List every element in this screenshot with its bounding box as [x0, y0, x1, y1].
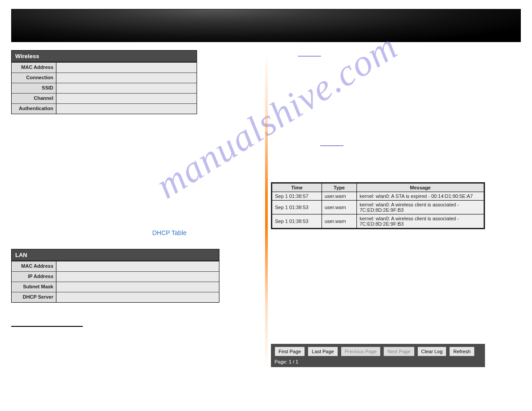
table-row: Authentication: [12, 103, 197, 114]
previous-page-button[interactable]: Previous Page: [341, 347, 381, 356]
table-row: MAC Address: [12, 261, 219, 271]
log-header-type: Type: [322, 183, 357, 192]
left-column: Wireless MAC Address Connection SSID Cha…: [11, 50, 260, 367]
page-indicator: Page: 1 / 1: [275, 359, 481, 364]
row-value: [56, 292, 219, 302]
row-value: [56, 63, 197, 73]
table-row: Channel: [12, 93, 197, 103]
table-row: SSID: [12, 83, 197, 93]
table-row: Sep 1 01:38:53 user.warn kernel: wlan0: …: [272, 201, 485, 214]
row-value: [56, 282, 219, 292]
row-label: Authentication: [12, 104, 56, 114]
log-time: Sep 1 01:38:53: [272, 201, 322, 214]
row-label: Connection: [12, 73, 56, 83]
log-type: user.warn: [322, 201, 357, 214]
row-value: [56, 104, 197, 114]
log-message: kernel: wlan0: A STA is expired - 00:14:…: [357, 192, 485, 201]
wireless-table: Wireless MAC Address Connection SSID Cha…: [11, 50, 197, 114]
log-type: user.warn: [322, 214, 357, 229]
table-row: Sep 1 01:38:57 user.warn kernel: wlan0: …: [272, 192, 485, 201]
wireless-title: Wireless: [12, 51, 197, 62]
dhcp-table-link[interactable]: DHCP Table: [152, 229, 187, 236]
row-value: [56, 261, 219, 271]
log-message: kernel: wlan0: A wireless client is asso…: [357, 214, 485, 229]
log-time: Sep 1 01:38:53: [272, 214, 322, 229]
row-value: [56, 272, 219, 282]
table-row: MAC Address: [12, 62, 197, 73]
log-table: Time Type Message Sep 1 01:38:57 user.wa…: [271, 182, 485, 229]
table-row: Connection: [12, 73, 197, 83]
link-placeholder[interactable]: [320, 140, 343, 146]
log-message: kernel: wlan0: A wireless client is asso…: [357, 201, 485, 214]
table-row: DHCP Server: [12, 292, 219, 302]
last-page-button[interactable]: Last Page: [308, 347, 338, 356]
row-label: MAC Address: [12, 261, 56, 271]
row-value: [56, 73, 197, 83]
table-row: Sep 1 01:38:53 user.warn kernel: wlan0: …: [272, 214, 485, 229]
log-header-time: Time: [272, 183, 322, 192]
row-label: SSID: [12, 83, 56, 93]
row-label: MAC Address: [12, 63, 56, 73]
log-type: user.warn: [322, 192, 357, 201]
row-value: [56, 83, 197, 93]
row-label: Channel: [12, 94, 56, 103]
pager-bar: First Page Last Page Previous Page Next …: [271, 344, 485, 367]
link-placeholder[interactable]: [298, 50, 321, 56]
refresh-button[interactable]: Refresh: [449, 347, 475, 356]
lan-table: LAN MAC Address IP Address Subnet Mask D…: [11, 249, 219, 303]
top-banner: [11, 9, 521, 42]
right-column: Time Type Message Sep 1 01:38:57 user.wa…: [260, 50, 508, 367]
lan-title: LAN: [12, 249, 219, 261]
log-header-message: Message: [357, 183, 485, 192]
section-underline: [11, 326, 83, 327]
table-row: IP Address: [12, 271, 219, 282]
next-page-button[interactable]: Next Page: [383, 347, 414, 356]
first-page-button[interactable]: First Page: [275, 347, 305, 356]
row-value: [56, 94, 197, 103]
table-row: Subnet Mask: [12, 282, 219, 292]
row-label: Subnet Mask: [12, 282, 56, 292]
log-time: Sep 1 01:38:57: [272, 192, 322, 201]
row-label: IP Address: [12, 272, 56, 282]
row-label: DHCP Server: [12, 292, 56, 302]
clear-log-button[interactable]: Clear Log: [417, 347, 447, 356]
